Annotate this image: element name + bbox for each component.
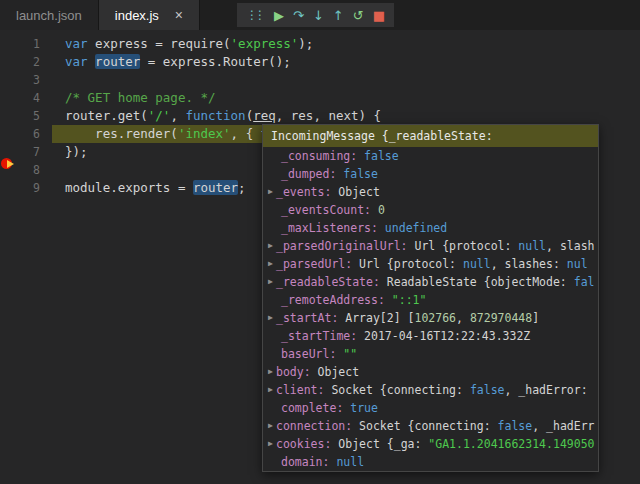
popup-row[interactable]: ▶body: Object xyxy=(263,363,598,381)
expand-icon[interactable]: ▶ xyxy=(263,309,276,327)
popup-text: Socket {connecting: xyxy=(324,381,469,399)
expand-icon[interactable]: ▶ xyxy=(263,363,276,381)
popup-row: _consuming: false xyxy=(263,147,598,165)
popup-text: null xyxy=(329,453,364,471)
code-text: /* GET home page. */ xyxy=(52,89,640,107)
code-token: router xyxy=(193,180,238,195)
drag-handle-icon[interactable]: ⋮⋮ xyxy=(246,9,262,21)
popup-row: _startTime: 2017-04-16T12:22:43.332Z xyxy=(263,327,598,345)
popup-text: Array[2] [ xyxy=(338,309,414,327)
code-line[interactable]: 3 xyxy=(0,71,640,89)
popup-row: baseUrl: "" xyxy=(263,345,598,363)
tab-bar: launch.json index.js × ⋮⋮▶↷↓↑↺■ xyxy=(0,0,640,30)
code-token: }); xyxy=(65,144,88,159)
popup-row[interactable]: ▶_readableState: ReadableState {objectMo… xyxy=(263,273,598,291)
popup-text: cookies: xyxy=(276,435,331,453)
continue-button[interactable]: ▶ xyxy=(274,9,284,22)
code-token: /* GET home page. */ xyxy=(65,90,216,105)
close-icon[interactable]: × xyxy=(175,8,183,22)
line-number[interactable]: 4 xyxy=(0,89,52,107)
expand-icon[interactable]: ▶ xyxy=(263,381,276,399)
code-line[interactable]: 2var router = express.Router(); xyxy=(0,53,640,71)
popup-text: , xyxy=(456,309,470,327)
popup-row[interactable]: ▶client: Socket {connecting: false, _had… xyxy=(263,381,598,399)
popup-row[interactable]: ▶connection: Socket {connecting: false, … xyxy=(263,417,598,435)
popup-text: 872970448 xyxy=(470,309,532,327)
popup-row: _eventsCount: 0 xyxy=(263,201,598,219)
code-line[interactable]: 4/* GET home page. */ xyxy=(0,89,640,107)
expand-icon[interactable]: ▶ xyxy=(263,255,276,273)
popup-text: true xyxy=(343,399,378,417)
line-number[interactable]: 6 xyxy=(0,125,52,143)
code-token: express = require( xyxy=(88,36,231,51)
step-out-button[interactable]: ↑ xyxy=(333,9,344,22)
popup-row: complete: true xyxy=(263,399,598,417)
expand-icon[interactable]: ▶ xyxy=(263,237,276,255)
expand-icon[interactable]: ▶ xyxy=(263,435,276,453)
popup-text: fal xyxy=(574,273,595,291)
popup-header: IncomingMessage {_readableState: xyxy=(263,125,598,147)
step-over-button[interactable]: ↷ xyxy=(293,9,304,22)
popup-text: Url {protocol: xyxy=(352,255,463,273)
popup-text: , slash xyxy=(546,237,594,255)
popup-text: , _hadError: xyxy=(505,381,588,399)
popup-row[interactable]: ▶cookies: Object {_ga: "GA1.1.2041662314… xyxy=(263,435,598,453)
popup-text: "" xyxy=(336,345,357,363)
popup-row[interactable]: ▶_events: Object xyxy=(263,183,598,201)
code-token: , xyxy=(170,108,185,123)
code-line[interactable]: 5router.get('/', function(req, res, next… xyxy=(0,107,640,125)
popup-text: _maxListeners: xyxy=(281,219,378,237)
line-number[interactable]: 5 xyxy=(0,107,52,125)
popup-text: Object xyxy=(331,183,379,201)
expand-icon[interactable]: ▶ xyxy=(263,183,276,201)
popup-text: Object {_ga: xyxy=(331,435,428,453)
popup-text: complete: xyxy=(281,399,343,417)
line-number[interactable]: 3 xyxy=(0,71,52,89)
popup-text: 0 xyxy=(371,201,385,219)
popup-row: _dumped: false xyxy=(263,165,598,183)
popup-rows: _consuming: false_dumped: false▶_events:… xyxy=(263,147,598,471)
popup-text: _remoteAddress: xyxy=(281,291,385,309)
code-token: router.get( xyxy=(65,108,148,123)
tab-launch-json[interactable]: launch.json xyxy=(0,0,99,30)
popup-row[interactable]: ▶_parsedUrl: Url {protocol: null, slashe… xyxy=(263,255,598,273)
popup-text: ReadableState {objectMode: xyxy=(380,273,574,291)
popup-text: domain: xyxy=(281,453,329,471)
line-number[interactable]: 1 xyxy=(0,35,52,53)
popup-row: _remoteAddress: "::1" xyxy=(263,291,598,309)
tab-index-js[interactable]: index.js × xyxy=(99,0,200,30)
popup-text: _readableState: xyxy=(276,273,380,291)
code-token: , res, next) { xyxy=(276,108,381,123)
popup-text: ] xyxy=(532,309,539,327)
popup-row[interactable]: ▶_startAt: Array[2] [102766, 872970448] xyxy=(263,309,598,327)
popup-row[interactable]: ▶_parsedOriginalUrl: Url {protocol: null… xyxy=(263,237,598,255)
code-token: 'express' xyxy=(231,36,299,51)
popup-text: nul xyxy=(567,255,588,273)
code-token: ); xyxy=(298,36,313,51)
stop-button[interactable]: ■ xyxy=(373,9,385,22)
code-token xyxy=(88,54,96,69)
popup-text: _startTime: xyxy=(281,327,357,345)
expand-icon[interactable]: ▶ xyxy=(263,417,276,435)
popup-text: _parsedOriginalUrl: xyxy=(276,237,408,255)
expand-icon[interactable]: ▶ xyxy=(263,273,276,291)
code-token: router xyxy=(95,54,140,69)
restart-button[interactable]: ↺ xyxy=(353,9,364,22)
popup-text: undefined xyxy=(378,219,447,237)
line-number[interactable]: 9 xyxy=(0,179,52,197)
code-token: req xyxy=(253,108,276,123)
step-into-button[interactable]: ↓ xyxy=(313,9,324,22)
popup-text: 102766 xyxy=(414,309,456,327)
popup-text: null xyxy=(463,255,491,273)
popup-text: Object xyxy=(311,363,359,381)
popup-text: connection: xyxy=(276,417,352,435)
debug-hover-popup: IncomingMessage {_readableState: _consum… xyxy=(262,124,599,472)
popup-text: _consuming: xyxy=(281,147,357,165)
popup-row: _maxListeners: undefined xyxy=(263,219,598,237)
breakpoint-marker[interactable] xyxy=(1,158,17,170)
line-number[interactable]: 2 xyxy=(0,53,52,71)
popup-text: false xyxy=(498,417,533,435)
code-token: = express.Router(); xyxy=(140,54,291,69)
popup-text: _events: xyxy=(276,183,331,201)
code-line[interactable]: 1var express = require('express'); xyxy=(0,35,640,53)
